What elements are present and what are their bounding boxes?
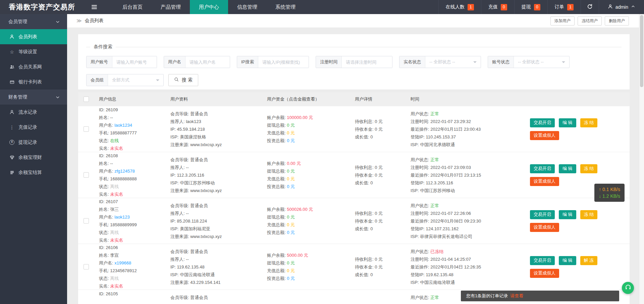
admin-menu[interactable]: admin [599,0,644,14]
field-value: 正常 [430,111,439,116]
customer-service-button[interactable] [622,282,634,294]
field-value[interactable]: 0 元 [287,138,295,143]
sidebar-item-会员列表[interactable]: 会员列表 [0,29,67,44]
member-group-select[interactable]: 会员组 全部方式 [86,74,164,86]
field-value[interactable]: 0 元 [287,184,295,189]
edit-button[interactable]: 编 辑 [559,118,576,127]
search-input-注册时间[interactable] [342,56,392,68]
row-checkbox[interactable] [84,264,89,269]
column-header: 用户资料 [166,96,264,102]
sidebar-item-提现记录[interactable]: ¥提现记录 [0,135,67,150]
field-value[interactable]: 0 元 [287,176,295,181]
page-action-删除用户[interactable]: 删除用户 [605,16,629,25]
row-checkbox[interactable] [84,172,89,178]
sidebar-item-充值记录[interactable]: ⋮充值记录 [0,120,67,135]
field-value: 未实名 [110,284,123,289]
field-label: 成长值: [355,180,370,185]
nav-stat-订单[interactable]: 订单1 [547,0,581,14]
field-ip: IP: 45.59.184.218 [170,125,264,133]
sidebar-group-会员管理[interactable]: 会员管理 [0,14,67,29]
set-fake-button[interactable]: 设置成假人 [530,223,559,232]
search-select-账号状态[interactable]: -- 全部状态 -- [514,56,569,68]
field-value[interactable]: 0 元 [287,215,295,220]
search-select-实名状态[interactable]: -- 全部状态 -- [425,56,481,68]
menu-toggle-icon[interactable] [87,0,102,14]
field-value[interactable]: x199668 [114,260,131,265]
row-buttons-line2: 设置成假人 [530,269,630,278]
toast-view-link[interactable]: 请查看 [510,293,523,299]
field-value[interactable]: laok1234 [114,123,132,128]
row-actions-cell: 交易开启编 辑解 冻设置成假人 [527,244,630,290]
field-value: www.txlxcsp.xyz [190,234,222,239]
nav-stat-提现[interactable]: 提现0 [514,0,547,14]
sidebar-item-余额宝理财[interactable]: 余额宝理财 [0,150,67,165]
sidebar-item-银行卡列表[interactable]: 银行卡列表 [0,74,67,89]
field-value[interactable]: 0.00 元 [287,161,301,166]
column-header: 用户详情 [352,96,407,102]
field-value[interactable]: 500026.00 元 [287,207,313,212]
field-value[interactable]: 0 元 [287,230,295,235]
field-value: 119.62.135.48 [426,272,453,277]
search-input-用户账号[interactable] [112,56,157,68]
nav-stat-在线人数[interactable]: 在线人数1 [438,0,481,14]
field-value[interactable]: 0 元 [287,276,295,281]
field-value: 112.3.205.116 [177,173,204,178]
field-referrer: 推荐人: -- [170,209,264,217]
trade-toggle-button[interactable]: 交易开启 [530,256,555,265]
set-fake-button[interactable]: 设置成假人 [530,269,559,278]
trade-toggle-button[interactable]: 交易开启 [530,118,555,127]
sidebar-item-会员关系网[interactable]: 会员关系网 [0,59,67,74]
field-value[interactable]: 0 元 [287,169,295,174]
field-user_status: 用户状态: 已冻结 [411,248,527,255]
set-fake-button[interactable]: 设置成假人 [530,131,559,140]
nav-tab-用户中心[interactable]: 用户中心 [190,0,228,14]
nav-tab-信息管理[interactable]: 信息管理 [228,0,266,14]
trade-toggle-button[interactable]: 交易开启 [530,210,555,219]
scrollbar-thumb[interactable] [640,15,643,87]
trade-toggle-button[interactable]: 交易开启 [530,164,555,173]
nav-tab-后台首页[interactable]: 后台首页 [113,0,152,14]
search-input-IP搜索[interactable] [258,56,309,68]
field-label: 待收利息: [355,257,375,262]
field-value[interactable]: 0 元 [287,260,295,265]
page-action-冻结用户[interactable]: 冻结用户 [578,16,602,25]
field-value[interactable]: 5000.00 元 [287,253,308,258]
nav-tab-系统管理[interactable]: 系统管理 [266,0,305,14]
field-value[interactable]: 0 元 [287,268,295,273]
search-input-用户名[interactable] [185,56,230,68]
withdraw-amount: 提现总额: 0 元 [267,213,352,221]
field-value[interactable]: 0 元 [287,222,295,227]
field-value[interactable]: 0 元 [287,130,295,135]
order-notification-toast: 您有1条新的订单记录 请查看 [461,291,619,301]
sidebar-item-余额宝结算[interactable]: 余额宝结算 [0,165,67,180]
unfreeze-button[interactable]: 解 冻 [580,256,598,265]
nav-stat-label: 在线人数 [446,4,465,10]
field-value[interactable]: zfg124578 [114,169,135,174]
sidebar-item-等级设置[interactable]: ☆等级设置 [0,44,67,59]
edit-button[interactable]: 编 辑 [559,164,576,173]
refresh-button[interactable] [581,0,599,14]
freeze-button[interactable]: 冻 结 [580,164,598,173]
field-value[interactable]: laok123 [114,215,130,220]
search-button[interactable]: 搜 索 [168,74,198,86]
username-link: 用户名: laok1234 [99,121,166,129]
sidebar-group-财务管理[interactable]: 财务管理 [0,89,67,105]
sidebar-item-流水记录[interactable]: 流水记录 [0,105,67,120]
nav-tab-产品管理[interactable]: 产品管理 [152,0,190,14]
column-header: 时间 [407,96,527,102]
select-all-checkbox[interactable] [84,97,89,102]
nav-stat-充值[interactable]: 充值0 [481,0,514,14]
field-value[interactable]: 100000.00 元 [287,115,313,120]
freeze-button[interactable]: 冻 结 [580,118,598,127]
freeze-button[interactable]: 冻 结 [580,210,598,219]
field-label: 手机: [99,222,110,227]
edit-button[interactable]: 编 辑 [559,210,576,219]
row-checkbox[interactable] [84,126,89,132]
sidebar-item-label: 会员列表 [18,34,37,40]
page-action-添加用户[interactable]: 添加用户 [550,16,575,25]
row-checkbox[interactable] [84,218,89,224]
field-value[interactable]: 0 元 [287,123,295,128]
set-fake-button[interactable]: 设置成假人 [530,177,559,186]
recharge-amount: 充值总额: 0 元 [267,175,352,183]
edit-button[interactable]: 编 辑 [559,256,576,265]
